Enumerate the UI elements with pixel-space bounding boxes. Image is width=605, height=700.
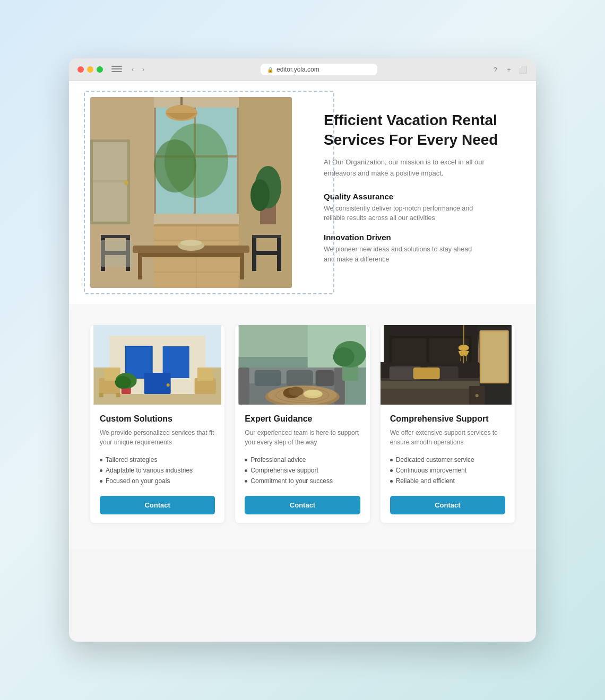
feature-quality-desc: We consistently deliver top-notch perfor… (324, 204, 483, 224)
card-2-list: Professional advice Comprehensive suppor… (245, 454, 360, 486)
card-3-body: Comprehensive Support We offer extensive… (381, 405, 515, 523)
svg-rect-72 (239, 368, 249, 405)
svg-rect-31 (252, 251, 281, 255)
svg-point-47 (124, 181, 128, 185)
card-1-body: Custom Solutions We provide personalized… (90, 405, 224, 523)
card-1-image (90, 325, 224, 405)
add-tab-button[interactable]: + (504, 65, 514, 74)
list-item: Commitment to your success (245, 476, 360, 486)
card-3-list: Dedicated customer service Continuous im… (390, 454, 505, 486)
card-1-title: Custom Solutions (100, 414, 215, 424)
svg-rect-22 (138, 253, 244, 257)
svg-rect-24 (240, 253, 244, 279)
url-text: editor.yola.com (276, 66, 319, 73)
card-2-image (235, 325, 369, 405)
svg-point-83 (289, 387, 304, 396)
svg-rect-66 (197, 368, 213, 381)
svg-point-106 (458, 345, 469, 351)
card-2-title: Expert Guidance (245, 414, 360, 424)
feature-innovation-desc: We pioneer new ideas and solutions to st… (324, 244, 483, 265)
svg-point-85 (305, 390, 321, 396)
card-2-body: Expert Guidance Our experienced team is … (235, 405, 369, 523)
bullet-icon (245, 480, 247, 483)
svg-rect-74 (255, 370, 281, 386)
svg-rect-76 (316, 370, 334, 386)
list-item: Reliable and efficient (390, 476, 505, 486)
bullet-icon (390, 469, 393, 472)
browser-actions: ? + ⬜ (490, 65, 528, 74)
nav-arrows: ‹ › (128, 65, 148, 74)
bullet-icon (245, 469, 247, 472)
back-button[interactable]: ‹ (128, 65, 137, 74)
bullet-icon (100, 480, 102, 483)
bullet-icon (390, 459, 393, 461)
list-item: Comprehensive support (245, 465, 360, 476)
svg-point-57 (167, 383, 170, 387)
card-3-title: Comprehensive Support (390, 414, 505, 424)
svg-rect-60 (99, 393, 103, 397)
traffic-lights (77, 66, 103, 73)
card-1-desc: We provide personalized services that fi… (100, 428, 215, 447)
page-content: Efficient Vacation Rental Services For E… (69, 81, 536, 549)
extensions-button[interactable]: ⬜ (518, 65, 528, 74)
svg-rect-33 (277, 255, 281, 271)
card-comprehensive-support: Comprehensive Support We offer extensive… (381, 325, 515, 523)
svg-rect-61 (116, 393, 120, 397)
svg-rect-42 (101, 240, 133, 267)
hero-title: Efficient Vacation Rental Services For E… (324, 111, 515, 150)
minimize-button[interactable] (87, 66, 93, 73)
svg-point-41 (250, 179, 270, 211)
svg-rect-36 (252, 235, 281, 238)
hero-image (90, 97, 292, 288)
hero-text: Efficient Vacation Rental Services For E… (313, 111, 515, 274)
bullet-icon (245, 459, 247, 461)
svg-point-78 (268, 386, 337, 405)
card-expert-guidance: Expert Guidance Our experienced team is … (235, 325, 369, 523)
card-3-svg (381, 325, 515, 405)
svg-point-8 (154, 139, 196, 192)
svg-rect-23 (138, 253, 142, 279)
sidebar-toggle-button[interactable] (111, 66, 122, 73)
card-1-contact-button[interactable]: Contact (100, 496, 215, 514)
svg-rect-46 (93, 182, 127, 222)
maximize-button[interactable] (97, 66, 103, 73)
card-3-image (381, 325, 515, 405)
card-2-desc: Our experienced team is here to support … (245, 428, 360, 447)
hero-room-svg (90, 97, 292, 288)
bullet-icon (390, 480, 393, 483)
card-custom-solutions: Custom Solutions We provide personalized… (90, 325, 224, 523)
svg-point-64 (115, 376, 131, 389)
hero-section: Efficient Vacation Rental Services For E… (69, 81, 536, 304)
svg-rect-92 (481, 332, 507, 382)
forward-button[interactable]: › (139, 65, 148, 74)
list-item: Adaptable to various industries (100, 465, 215, 476)
card-2-contact-button[interactable]: Contact (245, 496, 360, 514)
list-item: Focused on your goals (100, 476, 215, 486)
svg-point-38 (180, 240, 202, 246)
browser-chrome: ‹ › 🔒 editor.yola.com ? + ⬜ (69, 58, 536, 81)
svg-rect-103 (381, 381, 480, 389)
card-2-svg (235, 325, 369, 405)
bullet-icon (100, 459, 102, 461)
svg-point-88 (333, 347, 355, 366)
list-item: Professional advice (245, 454, 360, 465)
feature-quality: Quality Assurance We consistently delive… (324, 192, 515, 224)
list-item: Dedicated customer service (390, 454, 505, 465)
svg-rect-75 (287, 370, 313, 386)
cards-grid: Custom Solutions We provide personalized… (90, 325, 515, 523)
feature-quality-title: Quality Assurance (324, 192, 515, 201)
card-1-svg (90, 325, 224, 405)
address-bar-wrap: 🔒 editor.yola.com (154, 64, 484, 75)
address-bar[interactable]: 🔒 editor.yola.com (261, 64, 377, 75)
card-3-desc: We offer extensive support services to e… (390, 428, 505, 447)
lock-icon: 🔒 (267, 67, 273, 73)
hero-subtitle: At Our Organization, our mission is to e… (324, 157, 515, 179)
svg-point-111 (475, 394, 478, 397)
svg-rect-4 (237, 108, 239, 214)
close-button[interactable] (77, 66, 84, 73)
card-1-list: Tailored strategies Adaptable to various… (100, 454, 215, 486)
help-button[interactable]: ? (490, 65, 500, 74)
list-item: Tailored strategies (100, 454, 215, 465)
bullet-icon (100, 469, 102, 472)
card-3-contact-button[interactable]: Contact (390, 496, 505, 514)
